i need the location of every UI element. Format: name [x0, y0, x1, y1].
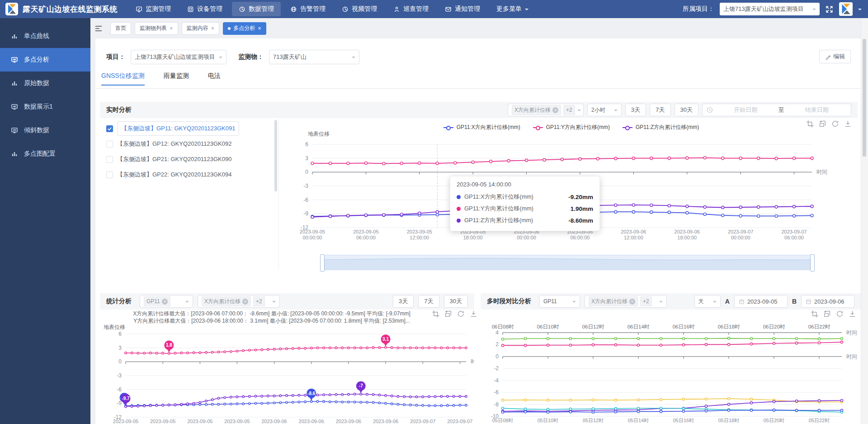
- sidebar-item-raw-data[interactable]: 原始数据: [0, 71, 90, 95]
- param-extra-tag: +2: [563, 105, 575, 115]
- monitor-point-item[interactable]: 【东侧边坡】GP22: GKYQ20201123GK094: [100, 167, 276, 182]
- close-icon[interactable]: ×: [211, 25, 215, 31]
- fullscreen-icon[interactable]: [825, 5, 834, 14]
- stats-range-7d-button[interactable]: 7天: [418, 295, 439, 308]
- svg-text:2023-09-05: 2023-09-05: [300, 229, 325, 234]
- close-icon[interactable]: ×: [170, 25, 173, 31]
- tab-electrical[interactable]: 电法: [208, 72, 221, 86]
- download-icon[interactable]: [470, 310, 477, 318]
- svg-text:时间: 时间: [816, 169, 827, 175]
- nav-item-patrol-mgmt[interactable]: 巡查管理: [387, 2, 435, 16]
- svg-text:06日18时: 06日18时: [718, 324, 740, 329]
- refresh-icon[interactable]: [831, 120, 839, 128]
- user-avatar[interactable]: [839, 2, 853, 16]
- point-checkbox-icon[interactable]: [106, 172, 113, 178]
- monitor-filter-label: 监测物：: [238, 53, 264, 61]
- nav-item-data-mgmt[interactable]: 数据管理: [232, 2, 281, 16]
- datazoom-slider[interactable]: [321, 255, 813, 270]
- nav-item-monitor-mgmt[interactable]: 监测管理: [129, 2, 178, 16]
- download-icon[interactable]: [844, 120, 852, 128]
- realtime-interval-select[interactable]: 2小时: [587, 104, 622, 116]
- datazoom-shadow: [322, 255, 813, 270]
- project-filter-select[interactable]: 上饶713露天矿山边坡监测项目: [131, 50, 226, 64]
- sidebar-item-multi-analysis[interactable]: 多点分析: [0, 48, 90, 71]
- edit-button[interactable]: 编辑: [819, 50, 851, 63]
- svg-text:06日08时: 06日08时: [492, 324, 514, 329]
- chevron-down-icon: [713, 301, 717, 305]
- compare-unit-select[interactable]: 天: [694, 295, 721, 308]
- svg-text:2023-09-05: 2023-09-05: [150, 419, 175, 424]
- data-zoom-icon[interactable]: [432, 310, 439, 318]
- envelope-icon: [445, 6, 452, 13]
- date-a-input[interactable]: 2023-09-05: [734, 295, 788, 308]
- remove-tag-icon[interactable]: ×: [162, 299, 168, 305]
- datazoom-right-handle[interactable]: [810, 254, 815, 272]
- sidebar-item-single-curve[interactable]: 单点曲线: [0, 24, 90, 48]
- remove-tag-icon[interactable]: ×: [242, 299, 248, 305]
- svg-text:2023-09-05: 2023-09-05: [224, 419, 250, 424]
- monitor-point-item[interactable]: 【东侧边坡】GP11: GKYQ20201123GK091: [100, 121, 276, 136]
- range-30d-button[interactable]: 30天: [675, 104, 698, 116]
- chevron-down-icon: [614, 110, 618, 113]
- page-scrollbar-track[interactable]: [861, 18, 868, 424]
- range-3d-button[interactable]: 3天: [625, 104, 646, 116]
- svg-text:2: 2: [495, 341, 499, 348]
- svg-text:2023-09-05: 2023-09-05: [113, 419, 138, 424]
- compare-point-select[interactable]: GP11: [539, 295, 580, 308]
- monitor-filter-select[interactable]: 713露天矿山: [269, 50, 359, 64]
- tab-gnss-displacement[interactable]: GNSS位移监测: [101, 72, 145, 86]
- nav-item-video-mgmt[interactable]: 视频管理: [335, 2, 384, 16]
- date-b-input[interactable]: 2023-09-06: [801, 295, 854, 308]
- restore-icon[interactable]: [444, 310, 452, 318]
- remove-tag-icon[interactable]: ×: [552, 107, 558, 113]
- point-checkbox-icon[interactable]: [106, 125, 113, 132]
- data-zoom-icon[interactable]: [806, 120, 814, 128]
- svg-text:06日16时: 06日16时: [673, 324, 695, 329]
- range-7d-button[interactable]: 7天: [650, 104, 670, 116]
- compare-chart[interactable]: 420-2-4-6-8-1005日08时05日10时05日12时05日14时05…: [482, 314, 861, 424]
- tab-monitor-content[interactable]: 监测内容 ×: [182, 22, 220, 35]
- stats-param-select[interactable]: X方向累计位移 × +2: [198, 295, 280, 308]
- tab-home[interactable]: 首页: [110, 22, 131, 35]
- svg-text:-9.7: -9.7: [122, 396, 130, 401]
- close-icon[interactable]: ×: [258, 25, 261, 31]
- point-checkbox-icon[interactable]: [106, 141, 113, 148]
- bar-chart-icon: [11, 33, 18, 40]
- remove-tag-icon[interactable]: ×: [629, 299, 635, 305]
- clock-icon: [707, 107, 713, 113]
- page-scrollbar-thumb[interactable]: [863, 39, 866, 157]
- monitor-point-item[interactable]: 【东侧边坡】GP21: GKYQ20201123GK090: [100, 152, 276, 167]
- project-select[interactable]: 上饶713露天矿山边坡监测项目: [720, 3, 820, 15]
- stats-point-select[interactable]: GP11 ×: [140, 295, 193, 308]
- screen-chart-icon: [11, 127, 18, 134]
- stats-range-30d-button[interactable]: 30天: [444, 295, 468, 308]
- svg-text:3.1: 3.1: [382, 337, 389, 342]
- nav-item-alarm-mgmt[interactable]: 告警管理: [283, 2, 332, 16]
- nav-item-more-menu[interactable]: 更多菜单: [490, 2, 535, 16]
- stats-chart[interactable]: 630-3-6-9-122023-09-0500:00:002023-09-05…: [101, 328, 474, 424]
- realtime-param-select[interactable]: X方向累计位移 × +2: [508, 104, 584, 116]
- tab-monitor-list[interactable]: 监测物列表 ×: [135, 22, 178, 35]
- list-scrollbar[interactable]: [274, 120, 277, 191]
- tab-rainfall[interactable]: 雨量监测: [164, 72, 189, 86]
- realtime-title: 实时分析: [106, 106, 132, 114]
- collapse-sidebar-icon[interactable]: [94, 24, 103, 33]
- datazoom-left-handle[interactable]: [320, 254, 325, 272]
- svg-text:06:00:00: 06:00:00: [356, 235, 376, 240]
- sidebar-item-tilt-data[interactable]: 倾斜数据: [0, 119, 90, 142]
- tab-multi-analysis[interactable]: 多点分析 ×: [223, 22, 266, 35]
- refresh-icon[interactable]: [457, 310, 465, 318]
- point-checkbox-icon[interactable]: [106, 156, 113, 163]
- sidebar-item-multi-chart-config[interactable]: 多点图配置: [0, 142, 90, 166]
- monitor-point-item[interactable]: 【东侧边坡】GP12: GKYQ20201123GK092: [100, 136, 276, 152]
- sidebar-item-data-display[interactable]: 数据展示1: [0, 95, 90, 119]
- svg-text:0: 0: [495, 353, 499, 360]
- nav-item-device-mgmt[interactable]: 设备管理: [180, 2, 229, 16]
- svg-text:-4: -4: [494, 377, 499, 384]
- restore-icon[interactable]: [819, 120, 826, 128]
- date-range-picker[interactable]: 开始日期 至 结束日期: [702, 104, 851, 116]
- compare-param-select[interactable]: X方向累计位移 × +2: [585, 295, 667, 308]
- user-menu-caret-icon[interactable]: [858, 9, 862, 12]
- nav-item-notify-mgmt[interactable]: 通知管理: [438, 2, 487, 16]
- stats-range-3d-button[interactable]: 3天: [393, 295, 414, 308]
